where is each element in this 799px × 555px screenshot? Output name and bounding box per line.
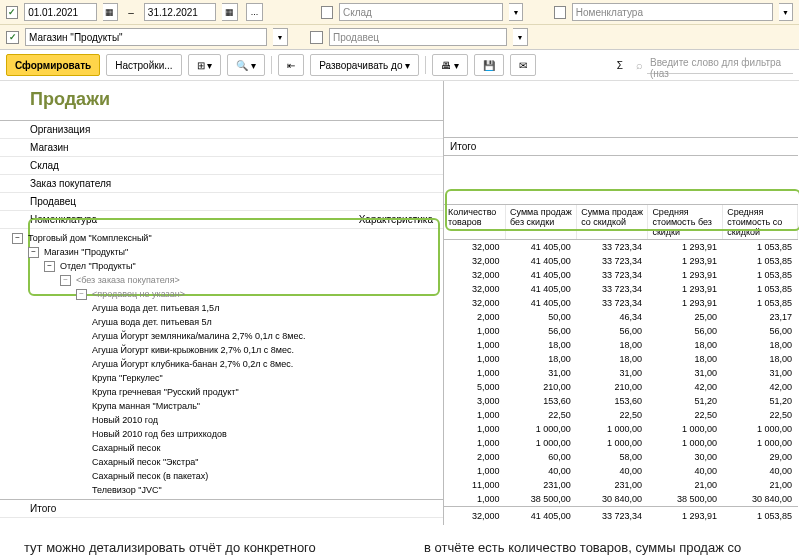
tree-row[interactable]: −Торговый дом "Комплексный" <box>8 231 443 245</box>
search-input[interactable]: Введите слово для фильтра (наз <box>647 57 793 74</box>
data-row: 11,000231,00231,0021,0021,00 <box>444 478 798 492</box>
filter-row-1: 01.01.2021 ▦ – 31.12.2021 ▦ ... Склад ▼ … <box>0 0 799 25</box>
highlight-columns <box>445 189 799 231</box>
data-row: 1,00031,0031,0031,0031,00 <box>444 366 798 380</box>
expand-button[interactable]: Разворачивать до ▾ <box>310 54 419 76</box>
data-row: 1,00040,0040,0040,0040,00 <box>444 464 798 478</box>
itogo-header: Итого <box>444 137 798 156</box>
tree-row[interactable]: Сахарный песок "Экстра" <box>8 455 443 469</box>
store-checkbox[interactable] <box>6 31 19 44</box>
save-button[interactable]: 💾 <box>474 54 504 76</box>
tree-row[interactable]: Агуша вода дет. питьевая 1,5л <box>8 301 443 315</box>
data-row: 1,00018,0018,0018,0018,00 <box>444 352 798 366</box>
date-from-input[interactable]: 01.01.2021 <box>24 3 96 21</box>
filter-row-2: Магазин "Продукты" ▼ Продавец ▼ <box>0 25 799 50</box>
note-right: в отчёте есть количество товаров, суммы … <box>424 539 744 555</box>
date-ellipsis-button[interactable]: ... <box>246 3 263 21</box>
tree-row[interactable]: Крупа "Геркулес" <box>8 371 443 385</box>
data-row: 32,00041 405,0033 723,341 293,911 053,85 <box>444 268 798 282</box>
data-row: 32,00041 405,0033 723,341 293,911 053,85 <box>444 282 798 296</box>
find-button[interactable]: 🔍 ▾ <box>227 54 265 76</box>
data-row: 1,00022,5022,5022,5022,50 <box>444 408 798 422</box>
tree-row[interactable]: Новый 2010 год <box>8 413 443 427</box>
settings-button[interactable]: Настройки... <box>106 54 181 76</box>
email-button[interactable]: ✉ <box>510 54 536 76</box>
collapse-button[interactable]: ⇤ <box>278 54 304 76</box>
total-row: 32,000 41 405,00 33 723,34 1 293,91 1 05… <box>444 506 798 525</box>
nomenclature-dropdown[interactable]: Номенклатура <box>572 3 773 21</box>
report-tree: −Торговый дом "Комплексный" −Магазин "Пр… <box>0 229 443 499</box>
form-button[interactable]: Сформировать <box>6 54 100 76</box>
chevron-down-icon[interactable]: ▼ <box>273 28 288 46</box>
data-row: 1,0001 000,001 000,001 000,001 000,00 <box>444 436 798 450</box>
toolbar: Сформировать Настройки... ⊞ ▾ 🔍 ▾ ⇤ Разв… <box>0 50 799 81</box>
data-row: 3,000153,60153,6051,2051,20 <box>444 394 798 408</box>
print-button[interactable]: 🖶 ▾ <box>432 54 468 76</box>
tree-row[interactable]: Телевизор "JVC" <box>8 483 443 497</box>
date-from-checkbox[interactable] <box>6 6 18 19</box>
sum-button[interactable]: Σ <box>609 55 631 75</box>
total-label: Итого <box>0 499 443 518</box>
variants-button[interactable]: ⊞ ▾ <box>188 54 222 76</box>
seller-checkbox[interactable] <box>310 31 323 44</box>
data-row: 1,00056,0056,0056,0056,00 <box>444 324 798 338</box>
report-title: Продажи <box>0 81 443 120</box>
report-body: Продажи Организация Магазин Склад Заказ … <box>0 81 799 525</box>
label-store: Магазин <box>0 139 443 157</box>
label-warehouse: Склад <box>0 157 443 175</box>
data-row: 2,00060,0058,0030,0029,00 <box>444 450 798 464</box>
nomenclature-checkbox[interactable] <box>554 6 566 19</box>
tree-row[interactable]: −<продавец не указан> <box>8 287 443 301</box>
chevron-down-icon[interactable]: ▼ <box>509 3 523 21</box>
toggle-icon[interactable]: − <box>28 247 39 258</box>
data-row: 32,00041 405,0033 723,341 293,911 053,85 <box>444 296 798 310</box>
tree-row[interactable]: −Магазин "Продукты" <box>8 245 443 259</box>
label-order: Заказ покупателя <box>0 175 443 193</box>
tree-row[interactable]: Крупа гречневая "Русский продукт" <box>8 385 443 399</box>
toggle-icon[interactable]: − <box>44 261 55 272</box>
tree-row[interactable]: Агуша Йогурт киви-крыжовник 2,7% 0,1л с … <box>8 343 443 357</box>
warehouse-dropdown[interactable]: Склад <box>339 3 503 21</box>
calendar-icon[interactable]: ▦ <box>222 3 238 21</box>
tree-row[interactable]: Сахарный песок (в пакетах) <box>8 469 443 483</box>
label-seller: Продавец <box>0 193 443 211</box>
chevron-down-icon[interactable]: ▼ <box>779 3 793 21</box>
tree-row[interactable]: Агуша вода дет. питьевая 5л <box>8 315 443 329</box>
data-row: 32,00041 405,0033 723,341 293,911 053,85 <box>444 254 798 268</box>
data-row: 2,00050,0046,3425,0023,17 <box>444 310 798 324</box>
search-icon: ⌕ <box>631 57 647 73</box>
seller-dropdown[interactable]: Продавец <box>329 28 507 46</box>
tree-row[interactable]: Агуша Йогурт земляника/малина 2,7% 0,1л … <box>8 329 443 343</box>
report-left-pane: Продажи Организация Магазин Склад Заказ … <box>0 81 444 525</box>
chevron-down-icon[interactable]: ▼ <box>513 28 528 46</box>
data-row: 1,00038 500,0030 840,0038 500,0030 840,0… <box>444 492 798 506</box>
data-row: 1,0001 000,001 000,001 000,001 000,00 <box>444 422 798 436</box>
tree-row[interactable]: −Отдел "Продукты" <box>8 259 443 273</box>
annotation-notes: тут можно детализировать отчёт до конкре… <box>0 525 799 555</box>
toggle-icon[interactable]: − <box>60 275 71 286</box>
tree-row[interactable]: Агуша Йогурт клубника-банан 2,7% 0,2л с … <box>8 357 443 371</box>
date-to-input[interactable]: 31.12.2021 <box>144 3 216 21</box>
tree-row[interactable]: Крупа манная "Мистраль" <box>8 399 443 413</box>
data-row: 5,000210,00210,0042,0042,00 <box>444 380 798 394</box>
toggle-icon[interactable]: − <box>76 289 87 300</box>
store-dropdown[interactable]: Магазин "Продукты" <box>25 28 267 46</box>
warehouse-checkbox[interactable] <box>321 6 333 19</box>
report-right-pane: Итого Количество товаров Сумма продаж бе… <box>444 81 798 525</box>
data-row: 32,00041 405,0033 723,341 293,911 053,85 <box>444 240 798 254</box>
tree-row[interactable]: Новый 2010 год без штрихкодов <box>8 427 443 441</box>
note-left: тут можно детализировать отчёт до конкре… <box>24 539 344 555</box>
toggle-icon[interactable]: − <box>12 233 23 244</box>
tree-row[interactable]: Сахарный песок <box>8 441 443 455</box>
date-dash: – <box>124 7 138 18</box>
data-row: 1,00018,0018,0018,0018,00 <box>444 338 798 352</box>
calendar-icon[interactable]: ▦ <box>103 3 119 21</box>
tree-row[interactable]: −<без заказа покупателя> <box>8 273 443 287</box>
label-org: Организация <box>0 120 443 139</box>
